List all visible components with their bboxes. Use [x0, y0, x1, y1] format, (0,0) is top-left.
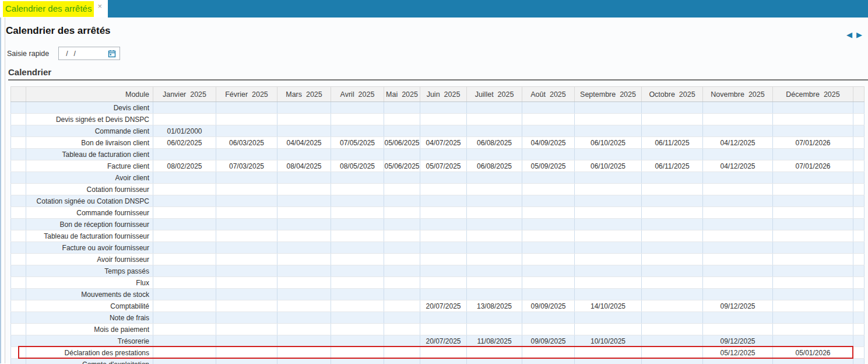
date-cell[interactable] — [153, 184, 216, 195]
date-cell[interactable] — [773, 195, 853, 207]
date-cell[interactable] — [575, 230, 642, 242]
date-cell[interactable] — [384, 230, 420, 242]
date-cell[interactable] — [420, 277, 467, 289]
date-cell[interactable] — [153, 277, 216, 289]
date-cell[interactable] — [467, 359, 522, 364]
date-cell[interactable] — [575, 149, 642, 160]
date-cell[interactable] — [773, 300, 853, 312]
date-cell[interactable] — [575, 195, 642, 207]
date-cell[interactable] — [420, 242, 467, 254]
date-cell[interactable] — [331, 265, 384, 277]
row-selector-cell[interactable] — [11, 184, 26, 195]
date-cell[interactable] — [703, 289, 773, 300]
date-cell[interactable] — [522, 289, 575, 300]
date-cell[interactable] — [773, 359, 853, 364]
date-cell[interactable] — [522, 359, 575, 364]
row-selector-cell[interactable] — [11, 195, 26, 207]
date-cell[interactable] — [522, 277, 575, 289]
date-cell[interactable] — [703, 324, 773, 335]
date-cell[interactable] — [467, 312, 522, 324]
date-cell[interactable] — [216, 125, 277, 137]
date-cell[interactable] — [642, 254, 703, 265]
date-cell[interactable] — [703, 359, 773, 364]
date-cell[interactable] — [575, 184, 642, 195]
date-cell[interactable] — [575, 254, 642, 265]
date-cell[interactable] — [522, 219, 575, 230]
date-cell[interactable] — [642, 125, 703, 137]
date-cell[interactable] — [420, 359, 467, 364]
row-selector-cell[interactable] — [11, 300, 26, 312]
date-cell[interactable] — [703, 172, 773, 184]
date-cell[interactable] — [153, 324, 216, 335]
date-cell[interactable]: 20/07/2025 — [420, 335, 467, 347]
date-cell[interactable] — [216, 102, 277, 114]
date-cell[interactable] — [575, 312, 642, 324]
close-icon[interactable]: × — [97, 2, 102, 10]
date-cell[interactable] — [420, 254, 467, 265]
date-cell[interactable] — [384, 195, 420, 207]
date-cell[interactable] — [420, 207, 467, 219]
date-cell[interactable] — [467, 219, 522, 230]
next-arrow-icon[interactable]: ▶ — [856, 30, 862, 39]
date-cell[interactable] — [522, 114, 575, 125]
date-cell[interactable] — [384, 254, 420, 265]
date-cell[interactable] — [773, 114, 853, 125]
date-cell[interactable] — [642, 207, 703, 219]
date-cell[interactable] — [522, 172, 575, 184]
date-cell[interactable] — [384, 265, 420, 277]
date-cell[interactable] — [642, 347, 703, 359]
prev-arrow-icon[interactable]: ◀ — [846, 30, 852, 39]
date-cell[interactable] — [522, 102, 575, 114]
date-cell[interactable] — [642, 312, 703, 324]
date-cell[interactable] — [642, 172, 703, 184]
date-cell[interactable] — [420, 172, 467, 184]
row-selector-cell[interactable] — [11, 254, 26, 265]
date-cell[interactable]: 20/07/2025 — [420, 300, 467, 312]
date-cell[interactable] — [331, 312, 384, 324]
date-cell[interactable] — [384, 324, 420, 335]
date-cell[interactable] — [703, 207, 773, 219]
date-cell[interactable] — [467, 289, 522, 300]
date-cell[interactable] — [467, 102, 522, 114]
date-cell[interactable] — [331, 335, 384, 347]
date-cell[interactable] — [153, 347, 216, 359]
date-cell[interactable] — [773, 242, 853, 254]
date-cell[interactable] — [277, 324, 331, 335]
tab-calendrier-des-arretes[interactable]: Calendrier des arrêtés × — [0, 0, 108, 18]
date-cell[interactable] — [331, 359, 384, 364]
date-cell[interactable] — [216, 184, 277, 195]
date-cell[interactable] — [420, 102, 467, 114]
date-cell[interactable] — [216, 207, 277, 219]
date-cell[interactable] — [575, 289, 642, 300]
date-cell[interactable] — [420, 219, 467, 230]
date-cell[interactable] — [522, 125, 575, 137]
date-cell[interactable] — [522, 149, 575, 160]
date-cell[interactable] — [153, 242, 216, 254]
date-cell[interactable] — [331, 149, 384, 160]
date-cell[interactable] — [703, 219, 773, 230]
date-cell[interactable]: 11/08/2025 — [467, 335, 522, 347]
date-cell[interactable] — [331, 347, 384, 359]
date-cell[interactable]: 08/02/2025 — [153, 160, 216, 172]
row-selector-cell[interactable] — [11, 335, 26, 347]
quick-entry-date-input[interactable]: / / — [58, 47, 120, 60]
date-cell[interactable]: 07/03/2025 — [216, 160, 277, 172]
date-cell[interactable] — [703, 184, 773, 195]
row-selector-cell[interactable] — [11, 114, 26, 125]
date-cell[interactable] — [384, 277, 420, 289]
row-selector-cell[interactable] — [11, 359, 26, 364]
date-cell[interactable] — [522, 207, 575, 219]
date-cell[interactable] — [773, 102, 853, 114]
date-cell[interactable] — [331, 114, 384, 125]
date-cell[interactable] — [216, 277, 277, 289]
date-cell[interactable]: 06/03/2025 — [216, 137, 277, 149]
date-cell[interactable] — [277, 347, 331, 359]
date-cell[interactable]: 07/01/2026 — [773, 137, 853, 149]
date-cell[interactable] — [575, 324, 642, 335]
date-cell[interactable] — [522, 195, 575, 207]
date-cell[interactable] — [642, 219, 703, 230]
date-cell[interactable] — [703, 230, 773, 242]
date-cell[interactable] — [522, 265, 575, 277]
date-cell[interactable] — [277, 230, 331, 242]
date-cell[interactable]: 05/09/2025 — [522, 160, 575, 172]
